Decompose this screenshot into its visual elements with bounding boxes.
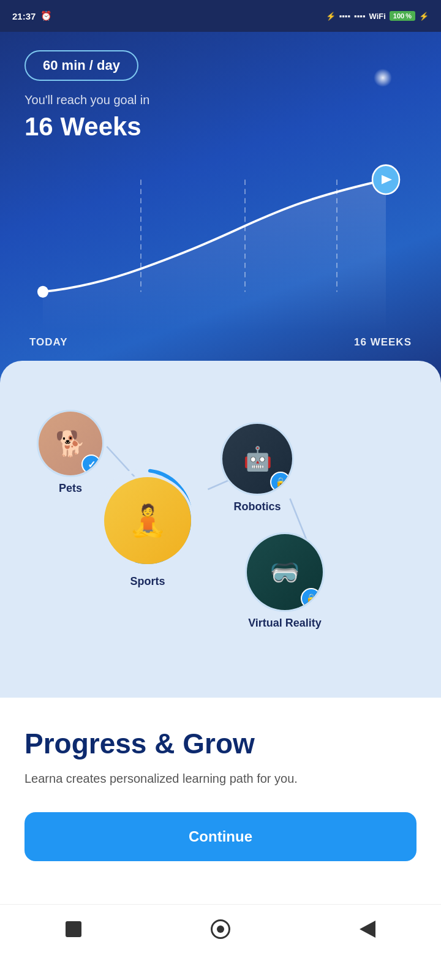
- vr-lock-badge: 🔒: [301, 588, 322, 609]
- chart-svg: [24, 160, 417, 331]
- vr-label: Virtual Reality: [248, 617, 322, 630]
- path-container: 🐕 ✓ Pets 🧘 Sports 🤖 🔒: [18, 391, 423, 673]
- goal-weeks: 16 Weeks: [24, 112, 417, 141]
- glow-decoration: [374, 69, 392, 87]
- battery-indicator: 100 %: [390, 11, 415, 21]
- bluetooth-icon: ⚡: [326, 12, 336, 21]
- sports-image: 🧘: [102, 475, 194, 567]
- status-left: 21:37 ⏰: [12, 10, 52, 21]
- top-section: 60 min / day You'll reach you goal in 16…: [0, 32, 441, 385]
- home-icon: [211, 919, 230, 939]
- node-vr[interactable]: 🥽 🔒 Virtual Reality: [245, 532, 325, 630]
- sports-circle-wrapper: 🧘: [98, 471, 197, 570]
- stop-icon: [66, 921, 81, 937]
- node-robotics[interactable]: 🤖 🔒 Robotics: [221, 422, 294, 513]
- status-right: ⚡ ▪▪▪▪ ▪▪▪▪ WiFi 100 % ⚡: [326, 11, 429, 21]
- robotics-lock-badge: 🔒: [270, 472, 291, 492]
- svg-point-4: [40, 288, 46, 295]
- signal-icon-1: ▪▪▪▪: [339, 12, 350, 21]
- goal-badge: 60 min / day: [24, 50, 138, 81]
- charging-icon: ⚡: [419, 12, 429, 21]
- nav-back-button[interactable]: [355, 917, 380, 941]
- wifi-icon: WiFi: [369, 12, 386, 21]
- chart-label-end: 16 WEEKS: [354, 336, 412, 349]
- signal-icon-2: ▪▪▪▪: [354, 12, 365, 21]
- nav-stop-button[interactable]: [61, 917, 86, 941]
- vr-circle: 🥽 🔒: [245, 532, 325, 612]
- chart-label-today: TODAY: [29, 336, 68, 349]
- nav-bar: [0, 904, 441, 960]
- nav-home-button[interactable]: [208, 917, 233, 941]
- continue-button[interactable]: Continue: [24, 812, 417, 861]
- node-sports[interactable]: 🧘 Sports: [98, 471, 197, 588]
- status-bar: 21:37 ⏰ ⚡ ▪▪▪▪ ▪▪▪▪ WiFi 100 % ⚡: [0, 0, 441, 32]
- progress-chart: [24, 160, 417, 331]
- learning-path-section: 🐕 ✓ Pets 🧘 Sports 🤖 🔒: [0, 361, 441, 698]
- robotics-label: Robotics: [233, 500, 281, 513]
- sports-label: Sports: [130, 575, 165, 588]
- back-icon: [360, 921, 375, 938]
- alarm-icon: ⏰: [40, 10, 52, 21]
- sports-bg: 🧘: [104, 477, 191, 564]
- pets-label: Pets: [59, 482, 82, 495]
- goal-subtext: You'll reach you goal in: [24, 93, 417, 107]
- progress-title: Progress & Grow: [24, 728, 417, 760]
- progress-description: Learna creates personalized learning pat…: [24, 769, 417, 788]
- robotics-circle: 🤖 🔒: [221, 422, 294, 496]
- status-time: 21:37: [12, 11, 36, 21]
- bottom-section: Progress & Grow Learna creates personali…: [0, 698, 441, 904]
- chart-labels: TODAY 16 WEEKS: [24, 336, 417, 349]
